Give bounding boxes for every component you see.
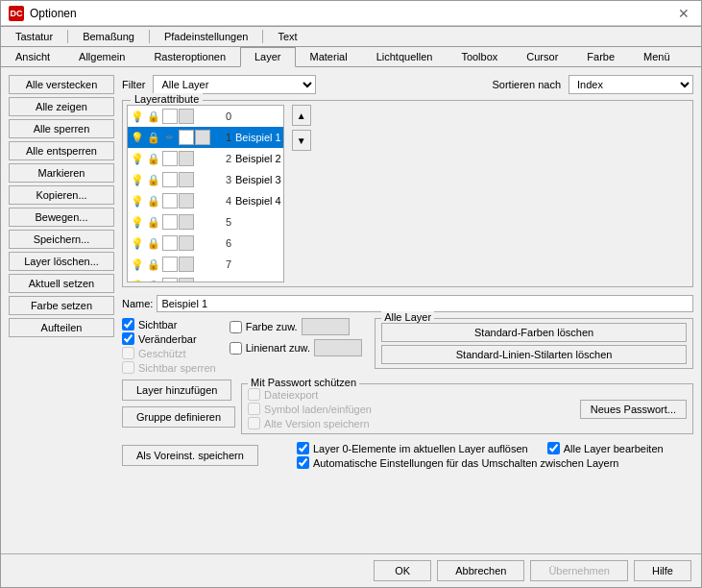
- layer-num: 6: [216, 237, 235, 249]
- alle-layer-bearbeiten-checkbox[interactable]: [547, 442, 560, 454]
- ok-button[interactable]: OK: [374, 560, 431, 581]
- layer-checkbox2[interactable]: [195, 130, 210, 145]
- tab-ansicht[interactable]: Ansicht: [1, 47, 64, 66]
- close-button[interactable]: ✕: [674, 4, 693, 23]
- table-row[interactable]: 💡 🔒 ✏ 1 Beispiel 1: [128, 127, 283, 148]
- alle-layer-legend: Alle Layer: [381, 311, 434, 323]
- table-row[interactable]: 💡 🔒 3 Beispiel 3: [128, 169, 283, 190]
- tab-cursor[interactable]: Cursor: [512, 47, 572, 66]
- sort-select[interactable]: Index Name: [569, 75, 693, 94]
- uebernehmen-button[interactable]: Übernehmen: [530, 560, 628, 581]
- table-row[interactable]: 💡 🔒 5: [128, 211, 283, 233]
- layer-checkbox[interactable]: [179, 130, 194, 145]
- geschuetzt-checkbox[interactable]: [122, 347, 134, 359]
- layer-checkbox[interactable]: [162, 172, 178, 187]
- standard-linien-button[interactable]: Standard-Linien-Stilarten löschen: [381, 345, 687, 364]
- lock-icon: 🔒: [146, 109, 161, 124]
- linienart-zuw-checkbox[interactable]: [230, 342, 242, 355]
- alle-sperren-button[interactable]: Alle sperren: [9, 119, 114, 138]
- standard-farben-button[interactable]: Standard-Farben löschen: [381, 323, 687, 342]
- layer-checkbox2[interactable]: [179, 257, 194, 272]
- layer-hinzufuegen-button[interactable]: Layer hinzufügen: [122, 380, 231, 401]
- tab-lichtquellen[interactable]: Lichtquellen: [362, 47, 448, 66]
- layer-checkbox[interactable]: [162, 151, 178, 166]
- scroll-up-button[interactable]: ▲: [292, 105, 311, 126]
- layer-checkbox2[interactable]: [179, 109, 194, 124]
- table-row[interactable]: 💡 🔒 8: [128, 275, 283, 282]
- aktuell-setzen-button[interactable]: Aktuell setzen: [9, 274, 114, 293]
- symbol-laden-checkbox[interactable]: [248, 403, 260, 415]
- layer-checkbox[interactable]: [162, 278, 178, 282]
- neues-passwort-button[interactable]: Neues Passwort...: [580, 400, 687, 419]
- layer-checkbox[interactable]: [162, 235, 178, 251]
- layer-checkbox2[interactable]: [179, 278, 194, 282]
- veraenderbar-label: Veränderbar: [138, 333, 197, 345]
- abbrechen-button[interactable]: Abbrechen: [437, 560, 524, 581]
- tab-layer[interactable]: Layer: [240, 47, 296, 67]
- farbe-zuw-checkbox[interactable]: [230, 321, 242, 333]
- table-row[interactable]: 💡 🔒 6: [128, 233, 283, 254]
- layer-checkbox[interactable]: [162, 193, 178, 208]
- auto-einst-checkbox[interactable]: [297, 456, 309, 469]
- layer-num: 4: [216, 195, 235, 207]
- markieren-button[interactable]: Markieren: [9, 163, 114, 183]
- tab-farbe[interactable]: Farbe: [572, 47, 629, 66]
- alte-version-checkbox[interactable]: [248, 417, 260, 429]
- tab-tastatur[interactable]: Tastatur: [1, 27, 67, 46]
- tab-material[interactable]: Material: [296, 47, 362, 66]
- dateiexport-checkbox[interactable]: [248, 388, 260, 401]
- props-mid: Farbe zuw. Linienart zuw.: [230, 318, 362, 356]
- layer-checkbox[interactable]: [162, 257, 178, 272]
- bewegen-button[interactable]: Bewegen...: [9, 208, 114, 227]
- layer-checkbox2[interactable]: [179, 172, 194, 187]
- alle-zeigen-button[interactable]: Alle zeigen: [9, 97, 114, 116]
- sichtbar-sperren-checkbox[interactable]: [122, 361, 134, 374]
- layer-checkbox2[interactable]: [179, 151, 194, 166]
- table-row[interactable]: 💡 🔒 7: [128, 254, 283, 275]
- gruppe-definieren-button[interactable]: Gruppe definieren: [122, 406, 235, 428]
- table-row[interactable]: 💡 🔒 0: [128, 106, 283, 127]
- name-label: Name:: [122, 298, 153, 309]
- veraenderbar-checkbox[interactable]: [122, 332, 134, 345]
- farbe-color-box[interactable]: [302, 318, 350, 335]
- name-input[interactable]: [157, 295, 693, 312]
- tab-rasteroptionen[interactable]: Rasteroptionen: [139, 47, 240, 66]
- layer-loeschen-button[interactable]: Layer löschen...: [9, 252, 114, 271]
- alle-entsperren-button[interactable]: Alle entsperren: [9, 141, 114, 160]
- sichtbar-checkbox[interactable]: [122, 318, 134, 331]
- sichtbar-label: Sichtbar: [138, 319, 177, 331]
- layer-group: Layerattribute 💡 🔒 0: [122, 100, 693, 287]
- farbe-setzen-button[interactable]: Farbe setzen: [9, 296, 114, 315]
- alle-layer-bearbeiten-label: Alle Layer bearbeiten: [564, 443, 664, 454]
- layer-checkbox2[interactable]: [179, 193, 194, 208]
- scroll-down-button[interactable]: ▼: [292, 130, 311, 151]
- als-voreinst-button[interactable]: Als Voreinst. speichern: [122, 445, 258, 466]
- layer-checkbox[interactable]: [162, 214, 178, 230]
- layer-name: Beispiel 4: [235, 195, 281, 207]
- aufteilen-button[interactable]: Aufteilen: [9, 318, 114, 337]
- layer-num: 2: [216, 153, 235, 164]
- table-row[interactable]: 💡 🔒 2 Beispiel 2: [128, 148, 283, 169]
- filter-select[interactable]: Alle Layer Sichtbare Layer Gesperrte Lay…: [153, 75, 316, 94]
- layer-table-wrapper[interactable]: 💡 🔒 0 💡 🔒: [127, 105, 284, 282]
- table-row[interactable]: 💡 🔒 4 Beispiel 4: [128, 190, 283, 211]
- speichern-button[interactable]: Speichern...: [9, 230, 114, 249]
- tab-text[interactable]: Text: [263, 27, 311, 46]
- tab-toolbox[interactable]: Toolbox: [447, 47, 512, 66]
- alle-verstecken-button[interactable]: Alle verstecken: [9, 75, 114, 94]
- lock-icon: 🔒: [146, 193, 161, 208]
- layer0-checkbox[interactable]: [297, 442, 309, 454]
- layer-checkbox2[interactable]: [179, 214, 194, 230]
- linienart-color-box[interactable]: [314, 339, 362, 356]
- layer-name: Beispiel 1: [235, 132, 281, 143]
- tab-allgemein[interactable]: Allgemein: [64, 47, 139, 66]
- layer-checkbox2[interactable]: [179, 235, 194, 251]
- linienart-zuw-label: Linienart zuw.: [246, 342, 310, 354]
- hilfe-button[interactable]: Hilfe: [634, 560, 691, 581]
- kopieren-button[interactable]: Kopieren...: [9, 185, 114, 205]
- tab-bemasssung[interactable]: Bemaßung: [68, 27, 149, 46]
- tab-menu[interactable]: Menü: [629, 47, 685, 66]
- layer-checkbox[interactable]: [162, 109, 178, 124]
- tab-pfadeinstellungen[interactable]: Pfadeinstellungen: [150, 27, 262, 46]
- bottom-checks: Layer 0-Elemente im aktuellen Layer aufl…: [297, 442, 664, 469]
